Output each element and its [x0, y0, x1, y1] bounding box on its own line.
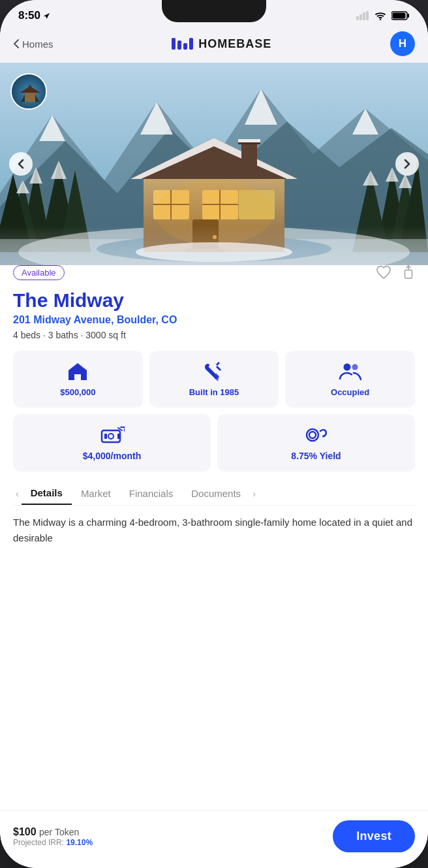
price-per-token: $100 [13, 826, 37, 837]
signal-icon [356, 11, 369, 20]
price-label: per Token [39, 827, 79, 837]
wifi-icon [374, 11, 386, 20]
location-arrow-icon [43, 12, 50, 20]
action-icons [376, 265, 415, 280]
invest-button[interactable]: Invest [333, 820, 415, 852]
stat-yield-value: 8.75% Yield [291, 451, 341, 461]
stats-grid-1: $500,000 Built in 1985 [13, 351, 415, 408]
share-icon[interactable] [402, 265, 415, 280]
price-irr: Projected IRR: 19.10% [13, 838, 93, 847]
svg-rect-53 [25, 93, 35, 102]
chevron-left-icon [13, 39, 20, 49]
svg-point-57 [352, 364, 358, 370]
irr-label: Projected IRR: [13, 838, 64, 847]
property-image [0, 63, 428, 265]
tab-details[interactable]: Details [22, 482, 72, 505]
carousel-left-button[interactable] [9, 152, 33, 176]
chevron-left-icon [18, 159, 24, 169]
property-description: The Midway is a charming 4-bedroom, 3-ba… [13, 515, 415, 811]
tab-documents[interactable]: Documents [182, 483, 250, 504]
svg-point-59 [108, 434, 114, 439]
battery-icon [391, 11, 410, 20]
svg-rect-3 [366, 11, 369, 20]
cash-icon [100, 425, 125, 445]
stat-occupied-value: Occupied [331, 387, 369, 397]
back-button[interactable]: Homes [13, 39, 54, 50]
property-specs: 4 beds · 3 baths · 3000 sq ft [13, 330, 415, 340]
stats-grid-2: $4,000/month 8.75% Yield [13, 414, 415, 472]
user-initial: H [399, 37, 406, 50]
status-icons [356, 11, 410, 20]
home-icon [67, 361, 89, 382]
stat-built: Built in 1985 [149, 351, 279, 408]
svg-point-62 [307, 429, 318, 441]
tab-financials[interactable]: Financials [120, 483, 183, 504]
svg-rect-0 [356, 16, 359, 20]
svg-rect-60 [104, 434, 107, 439]
content-area: Available The Midway 201 Midway Avenue, … [0, 252, 428, 811]
carousel-right-button[interactable] [395, 152, 419, 176]
yield-icon [305, 425, 328, 445]
brand-name: HOMEBASE [198, 37, 271, 51]
stat-price-value: $500,000 [60, 387, 95, 397]
tools-icon [203, 361, 225, 382]
irr-value: 19.10% [66, 838, 93, 847]
svg-rect-1 [359, 14, 362, 20]
tab-market[interactable]: Market [72, 483, 120, 504]
svg-rect-55 [405, 270, 412, 278]
property-header: Available [13, 265, 415, 287]
tabs-row: ‹ Details Market Financials Documents › [13, 482, 415, 506]
property-address: 201 Midway Avenue, Boulder, CO [13, 314, 415, 326]
tab-chevron-right[interactable]: › [250, 489, 258, 499]
tab-chevron-left[interactable]: ‹ [13, 489, 22, 499]
status-time: 8:50 [18, 9, 50, 22]
price-info: $100 per Token Projected IRR: 19.10% [13, 826, 93, 847]
stat-yield: 8.75% Yield [217, 414, 415, 472]
price-main: $100 per Token [13, 826, 93, 838]
svg-point-56 [343, 364, 350, 371]
svg-rect-61 [117, 434, 120, 439]
stat-occupied: Occupied [285, 351, 415, 408]
stat-price: $500,000 [13, 351, 143, 408]
nav-bar: Homes HOMEBASE H [0, 26, 428, 63]
stat-rent-value: $4,000/month [83, 451, 141, 461]
brand-logo-icon [172, 38, 193, 50]
bottom-bar: $100 per Token Projected IRR: 19.10% Inv… [0, 811, 428, 868]
svg-rect-2 [363, 12, 365, 20]
property-title: The Midway [13, 289, 415, 312]
svg-point-4 [380, 19, 381, 20]
available-badge: Available [13, 265, 65, 280]
photo-thumbnail[interactable] [10, 73, 47, 110]
stat-rent: $4,000/month [13, 414, 211, 472]
svg-rect-6 [408, 14, 410, 18]
back-label: Homes [22, 39, 54, 50]
heart-icon[interactable] [376, 265, 391, 280]
brand-title: HOMEBASE [172, 37, 271, 51]
svg-point-63 [309, 432, 316, 438]
svg-rect-36 [241, 141, 257, 174]
time-display: 8:50 [18, 9, 40, 22]
svg-rect-7 [393, 13, 406, 19]
chevron-right-icon [404, 159, 410, 169]
stat-built-value: Built in 1985 [189, 387, 239, 397]
svg-rect-38 [238, 139, 260, 142]
people-icon [338, 361, 363, 382]
user-avatar[interactable]: H [390, 31, 415, 56]
